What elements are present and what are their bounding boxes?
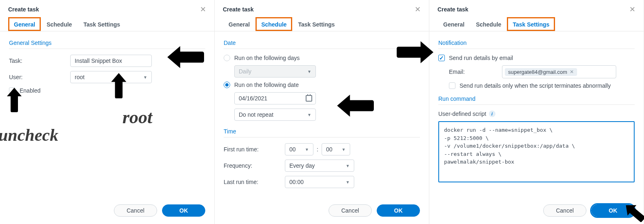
ok-button[interactable]: OK [377,204,420,217]
repeat-select[interactable]: Do not repeat ▼ [234,109,316,121]
panel-general: Create task ✕ General Schedule Task Sett… [0,0,215,224]
label-first-run: First run time: [224,146,285,153]
frequency-select[interactable]: Every day▼ [285,160,354,172]
calendar-icon [306,95,312,102]
tabs: General Schedule Task Settings [0,17,214,31]
last-run-select[interactable]: 00:00▼ [285,176,354,188]
label-run-date: Run on the following date [234,82,299,88]
first-hour-select[interactable]: 00▼ [285,143,313,155]
chevron-down-icon: ▼ [346,164,350,168]
tab-task-settings[interactable]: Task Settings [292,17,340,31]
tab-general[interactable]: General [8,17,41,31]
tab-schedule[interactable]: Schedule [41,17,78,31]
tabs: General Schedule Task Settings [215,17,429,31]
date-input[interactable]: 04/16/2021 [234,92,316,104]
radio-date[interactable] [224,82,230,88]
daily-value: Daily [239,68,251,75]
chevron-down-icon: ▼ [307,113,311,117]
section-notification: Notification [438,40,635,49]
cancel-button[interactable]: Cancel [543,204,586,217]
radio-days[interactable] [224,55,230,61]
label-task: Task: [9,58,70,64]
chevron-down-icon: ▼ [143,75,147,80]
annotation-root: root [122,107,152,128]
label-last-run: Last run time: [224,179,285,185]
section-time: Time [224,128,420,138]
close-icon[interactable]: ✕ [629,6,635,13]
panel-task-settings: Create task ✕ General Schedule Task Sett… [429,0,644,224]
abnormal-checkbox[interactable] [449,82,455,89]
label-run-days: Run on the following days [234,55,300,61]
date-value: 04/16/2021 [239,95,267,102]
cancel-button[interactable]: Cancel [114,204,157,217]
section-general-settings: General Settings [9,40,205,49]
panel-schedule: Create task ✕ General Schedule Task Sett… [215,0,429,224]
tab-general[interactable]: General [223,17,255,31]
user-select[interactable]: root ▼ [70,71,152,83]
email-input[interactable]: supergate84@gmail.com✕ [502,65,616,78]
send-email-checkbox[interactable] [438,55,445,61]
label-frequency: Frequency: [224,162,285,169]
info-icon[interactable]: i [489,111,495,117]
tab-task-settings[interactable]: Task Settings [78,17,126,31]
label-enabled: Enabled [20,87,40,94]
tab-general[interactable]: General [437,17,470,31]
chevron-down-icon: ▼ [346,180,350,184]
section-run-command: Run command [438,95,635,105]
tabs: General Schedule Task Settings [429,17,644,31]
ok-button[interactable]: OK [591,204,635,217]
cancel-button[interactable]: Cancel [329,204,372,217]
label-email: Email: [449,69,502,75]
close-icon[interactable]: ✕ [415,6,421,13]
tab-schedule[interactable]: Schedule [255,17,292,31]
chevron-down-icon: ▼ [342,147,346,152]
first-min-select[interactable]: 00▼ [322,143,350,155]
dialog-title: Create task [8,6,39,13]
label-send-email: Send run details by email [449,55,513,61]
dialog-title: Create task [437,6,469,13]
user-select-value: root [75,74,84,80]
label-user-script: User-defined script [438,111,486,117]
label-user: User: [9,74,70,80]
tab-task-settings[interactable]: Task Settings [507,17,555,31]
close-icon[interactable]: ✕ [200,6,206,13]
dialog-title: Create task [223,6,254,13]
repeat-value: Do not repeat [239,111,273,118]
daily-select: Daily ▼ [234,65,316,78]
annotation-uncheck: uncheck [0,125,58,145]
section-date: Date [224,40,420,49]
task-name-input[interactable] [70,55,152,67]
chevron-down-icon: ▼ [307,69,311,74]
remove-email-icon[interactable]: ✕ [570,69,574,75]
chevron-down-icon: ▼ [305,147,309,152]
enabled-checkbox[interactable] [9,87,16,94]
email-tag[interactable]: supergate84@gmail.com✕ [505,68,577,76]
script-textarea[interactable]: docker run -d --name=snippet_box \ -p 52… [438,121,635,182]
label-abnormal: Send run details only when the script te… [460,82,611,89]
tab-schedule[interactable]: Schedule [470,17,507,31]
ok-button[interactable]: OK [162,204,205,217]
